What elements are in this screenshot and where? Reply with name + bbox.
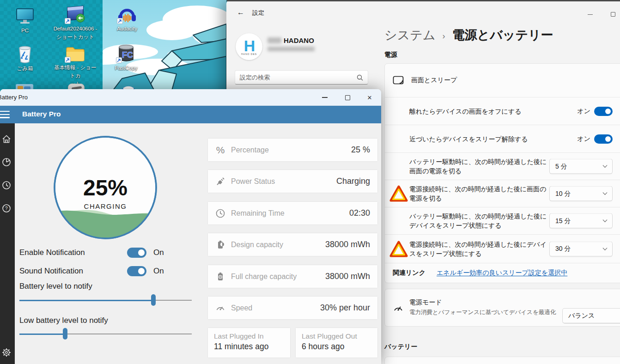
setting-row-label: 離れたらデバイスの画面をオフにする (409, 106, 550, 115)
stat-row-full-charge-capacity: Full charge capacity 38000 mWh (208, 265, 377, 288)
chevron-down-icon (603, 218, 608, 222)
power-mode-dropdown[interactable]: バランス (562, 308, 620, 323)
desktop-icon-recycle-bin[interactable]: ごみ箱 (3, 44, 47, 72)
low-battery-slider-fill (19, 334, 65, 335)
desktop-icon-label: FastCopy (115, 65, 137, 71)
recycle-bin-icon (16, 44, 34, 64)
breadcrumb-separator: › (443, 30, 445, 41)
hamburger-menu-icon[interactable] (0, 111, 10, 120)
setting-row-label: 近づいたらデバイスをスリープ解除する (409, 134, 550, 143)
desktop-icon-default-shortcut[interactable]: Default20240606 - ショートカット (53, 6, 97, 41)
battery-gauge: 25% CHARGING (52, 134, 159, 241)
help-icon[interactable]: ? (1, 203, 12, 213)
stat-row-speed: Speed 30% per hour (208, 297, 377, 319)
breadcrumb-system[interactable]: システム (384, 27, 436, 43)
screen-sleep-expander[interactable]: 画面とスリープ (385, 64, 620, 97)
battery-pro-titlebar: Battery Pro ✕ (0, 89, 381, 106)
maximize-button[interactable] (337, 89, 358, 106)
breadcrumb: システム › 電源とバッテリー (384, 27, 553, 43)
desktop-icon-basic-info[interactable]: 基本情報 - ショートカ ット (53, 45, 97, 88)
maximize-icon (345, 95, 350, 100)
power-mode-title: 電源モード (409, 298, 442, 307)
low-battery-level-notify-label: Low battery level to notify (19, 316, 108, 325)
battery-level-slider-fill (19, 300, 153, 301)
stat-row-remaining-time: Remaining Time 02:30 (208, 202, 377, 224)
setting-row-label: バッテリー駆動時に、次の時間が経過した後に画面の電源を切る (409, 157, 550, 176)
timeout-dropdown[interactable]: 30 分 (549, 241, 613, 256)
desktop-icon-fastcopy[interactable]: FC FastCopy (104, 44, 148, 72)
sound-notification-state: On (153, 267, 164, 276)
screen-sleep-card: 画面とスリープ 離れたらデバイスの画面をオフにする オン 近づいたらデバイスをス… (384, 63, 620, 283)
power-mode-subtitle: 電力消費とパフォーマンスに基づいてデバイスを最適化 (409, 309, 556, 316)
search-icon (357, 74, 363, 81)
power-mode-gauge-icon (393, 303, 403, 312)
pie-chart-icon[interactable] (1, 157, 12, 167)
search-input[interactable]: 設定の検索 (235, 70, 368, 85)
battery-pro-window-title: Battery Pro (0, 94, 28, 101)
settings-window-title: 設定 (252, 9, 264, 17)
desktop-icon-label: Audacity (117, 26, 137, 31)
enable-notification-state: On (153, 248, 164, 257)
search-placeholder: 設定の検索 (240, 73, 357, 82)
desktop-icon-audacity[interactable]: Audacity (105, 5, 149, 32)
gauge-status: CHARGING (84, 202, 127, 210)
toggle-switch[interactable] (594, 134, 613, 144)
timeout-dropdown[interactable]: 5 分 (549, 159, 613, 174)
battery-pro-window: Battery Pro ✕ Battery Pro ? (0, 89, 381, 364)
clock-icon (215, 208, 225, 218)
last-plugged-out-card: Last Plugged Out 6 hours ago (296, 328, 377, 358)
account-name: HADANO (284, 36, 314, 44)
shortcut-arrow-icon (65, 57, 71, 63)
page-title: 電源とバッテリー (452, 27, 553, 43)
home-icon[interactable] (1, 134, 12, 144)
battery-usage-card-partial (384, 357, 620, 364)
setting-row-label: 電源接続時に、次の時間が経過した後に画面の電源を切る (409, 184, 550, 203)
toggle-knob (605, 109, 611, 114)
toggle-state-label: オン (577, 107, 590, 115)
warning-triangle-icon (389, 240, 408, 258)
avatar[interactable]: H HANO DES (236, 33, 262, 60)
battery-level-slider-thumb[interactable] (151, 294, 156, 306)
avatar-arc-text: HANO DES (241, 53, 257, 55)
section-battery: バッテリー (384, 343, 417, 351)
battery-pro-header-title: Battery Pro (22, 110, 61, 118)
battery-full-icon (215, 272, 225, 282)
percent-icon: % (214, 145, 226, 156)
timeout-dropdown[interactable]: 15 分 (549, 213, 613, 229)
setting-row: 電源接続時に、次の時間が経過した後に画面の電源を切る 10 分 (385, 180, 620, 207)
svg-text:FC: FC (122, 50, 133, 60)
enable-notification-toggle[interactable] (127, 248, 146, 258)
close-button[interactable]: ✕ (359, 89, 380, 106)
shortcut-arrow-icon (117, 18, 123, 24)
minimize-icon (322, 97, 328, 97)
battery-design-icon (215, 240, 225, 250)
battery-pro-sidebar: ? (0, 123, 15, 364)
history-icon[interactable] (1, 180, 12, 190)
toggle-state-label: オン (577, 135, 590, 143)
setting-row-label: 電源接続時に、次の時間が経過した後にデバイスをスリープ状態にする (409, 239, 550, 258)
back-button[interactable]: ← (235, 6, 247, 18)
toggle-knob (138, 268, 145, 274)
power-mode-card: 電源モード 電力消費とパフォーマンスに基づいてデバイスを最適化 バランス (384, 289, 620, 327)
low-battery-slider-thumb[interactable] (63, 328, 67, 340)
energy-sleep-link[interactable]: エネルギー効率の良いスリープ設定を選択中 (437, 269, 567, 277)
battery-level-notify-label: Battery level to notify (19, 282, 92, 291)
stat-row-percentage: % Percentage 25 % (208, 139, 377, 161)
timeout-dropdown[interactable]: 10 分 (549, 186, 613, 201)
sound-notification-label: Sound Notification (19, 267, 83, 276)
shortcut-arrow-icon (65, 18, 71, 24)
desktop-icon-pc[interactable]: PC (3, 7, 47, 34)
enable-notification-label: Enable Notification (19, 248, 85, 257)
setting-row: 離れたらデバイスの画面をオフにする オン (385, 97, 620, 125)
toggle-switch[interactable] (594, 107, 613, 116)
gauge-percentage: 25% (83, 176, 128, 200)
chevron-down-icon (603, 246, 608, 250)
setting-row-label: バッテリー駆動時に、次の時間が経過した後にデバイスをスリープ状態にする (409, 212, 550, 231)
display-sleep-icon (393, 76, 404, 85)
svg-text:?: ? (5, 206, 8, 211)
sound-notification-toggle[interactable] (127, 266, 146, 276)
avatar-logo: H (244, 38, 255, 54)
warning-triangle-icon (389, 185, 408, 202)
minimize-button[interactable] (315, 89, 335, 106)
settings-gear-icon[interactable] (1, 347, 12, 358)
